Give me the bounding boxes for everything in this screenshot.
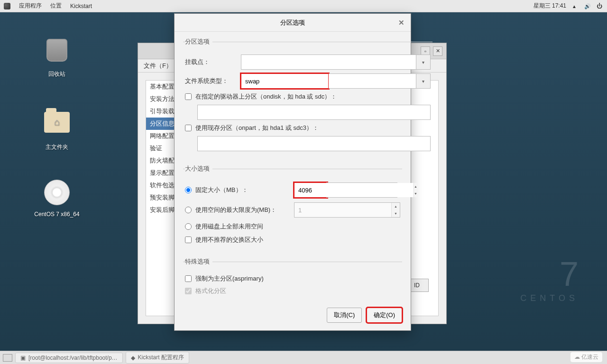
disc-label: CentOS 7 x86_64 [33,211,81,218]
fixed-size-label: 固定大小（MB）： [195,186,290,194]
ok-button[interactable]: 确定(O) [367,308,402,323]
centos-watermark: 7 CENTOS [520,255,579,303]
desktop-icon-disc[interactable]: CentOS 7 x86_64 [33,178,81,218]
task-kickstart[interactable]: ◆ Kickstart 配置程序 [126,352,189,364]
task-terminal[interactable]: ▣ [root@localhost:/var/lib/tftpboot/p… [15,353,123,363]
clock[interactable]: 星期三 17:41 [533,2,566,10]
kickstart-icon: ◆ [131,355,135,361]
bottom-taskbar: ▣ [root@localhost:/var/lib/tftpboot/p… ◆… [0,351,607,364]
dialog-titlebar: 分区选项 ✕ [175,14,411,32]
menu-file[interactable]: 文件（F） [144,62,172,70]
legend-partition: 分区选项 [185,37,212,46]
onpart-label: 使用现存分区（onpart，如 hda1 或 sdc3）： [195,124,319,132]
grow-label: 使用磁盘上全部未用空间 [195,222,263,231]
provider-watermark: ☁ 亿速云 [570,352,602,362]
grow-radio[interactable] [185,223,192,230]
fixed-size-spinbuttons[interactable]: ▲▼ [414,183,417,197]
dialog-title: 分区选项 [280,18,305,27]
trash-label: 回收站 [33,70,81,78]
mount-label: 挂载点： [185,58,236,66]
max-size-spinbuttons: ▲▼ [391,203,400,217]
mount-dropdown-icon[interactable] [416,55,431,70]
fstype-combo-rest[interactable] [329,73,431,89]
disc-icon [44,180,70,205]
folder-home-icon [44,112,70,133]
menu-app-current[interactable]: Kickstart [70,3,92,9]
format-checkbox [185,288,192,294]
recswap-label: 使用不推荐的交换区大小 [195,236,263,244]
partition-options-dialog: 分区选项 ✕ 分区选项 挂载点： 文件系统类型： [174,13,411,331]
menu-applications[interactable]: 应用程序 [19,2,42,10]
max-size-input [294,203,391,217]
workspace-switcher[interactable] [3,354,12,362]
max-size-radio[interactable] [185,207,192,213]
trash-icon [46,39,67,62]
fixed-size-highlight [294,182,327,198]
dialog-close-button[interactable]: ✕ [396,18,406,27]
ondisk-label: 在指定的驱动器上分区（ondisk，如 hda 或 sdc）： [195,92,337,101]
max-size-label: 使用空间的最大限度为(MB)： [195,206,290,214]
recswap-checkbox[interactable] [185,237,192,243]
mount-combo[interactable] [241,55,431,70]
power-icon[interactable] [597,3,603,9]
desktop-icon-trash[interactable]: 回收站 [33,36,81,78]
fieldset-partition: 分区选项 挂载点： 文件系统类型： 在指 [183,37,432,159]
fixed-size-radio[interactable] [185,187,192,193]
onpart-input[interactable] [197,136,431,151]
ondisk-checkbox[interactable] [185,93,192,100]
terminal-icon: ▣ [20,355,26,361]
desktop-icon-home[interactable]: 主文件夹 [33,107,81,151]
window-close-button[interactable]: ✕ [433,46,442,56]
legend-size: 大小选项 [185,164,212,173]
mount-input[interactable] [241,55,416,70]
max-size-spinner: ▲▼ [294,202,400,218]
fstype-combo-highlight [241,73,329,89]
onpart-checkbox[interactable] [185,125,192,131]
fieldset-size: 大小选项 固定大小（MB）： ▲▼ 使用空间的最大限度为(MB)： ▲▼ [183,164,402,252]
cancel-button[interactable]: 取消(C) [327,308,362,323]
menu-places[interactable]: 位置 [50,2,62,10]
fstype-input[interactable] [241,73,329,89]
format-label: 格式化分区 [195,287,226,295]
legend-special: 特殊选项 [185,257,212,266]
home-label: 主文件夹 [33,143,81,151]
volume-icon[interactable] [584,3,591,9]
network-icon[interactable] [572,3,579,9]
top-panel: 应用程序 位置 Kickstart 星期三 17:41 [0,0,607,12]
asprimary-checkbox[interactable] [185,275,192,282]
fstype-dropdown-icon[interactable] [416,73,431,89]
fieldset-special: 特殊选项 强制为主分区(asprimary) 格式化分区 [183,257,402,303]
ondisk-input[interactable] [197,105,431,120]
gnome-logo-icon [4,3,10,9]
asprimary-label: 强制为主分区(asprimary) [195,274,264,283]
fstype-label: 文件系统类型： [185,77,236,85]
